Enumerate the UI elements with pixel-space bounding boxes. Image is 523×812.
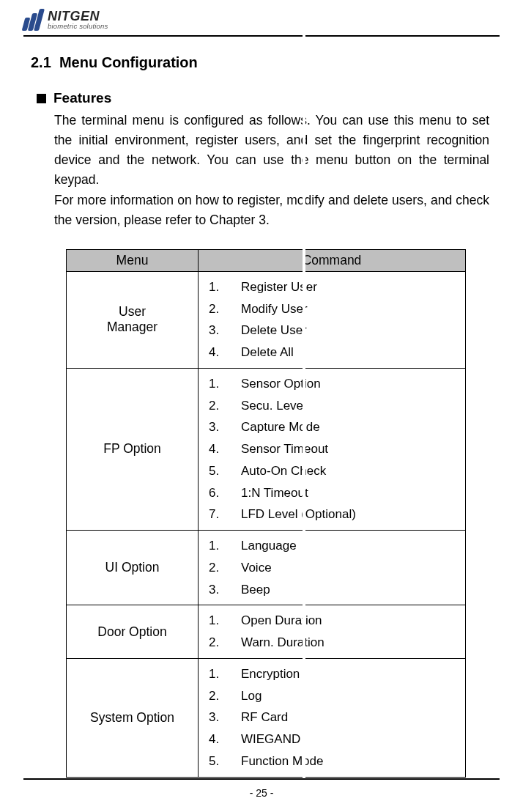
command-cell: Open DurationWarn. Duration xyxy=(199,605,466,659)
list-item: Capture Mode xyxy=(209,416,458,438)
table-row: FP OptionSensor OptionSecu. LevelCapture… xyxy=(67,368,466,530)
list-item: Register User xyxy=(209,276,458,298)
menu-cell: System Option xyxy=(67,658,199,777)
list-item: Language xyxy=(209,535,458,557)
list-item: Delete User xyxy=(209,320,458,342)
list-item: Beep xyxy=(209,579,458,601)
features-heading-row: Features xyxy=(37,90,492,106)
features-paragraph-2: For more information on how to register,… xyxy=(54,191,489,230)
page-number: - 25 - xyxy=(0,787,523,799)
table-header-menu: Menu xyxy=(67,249,199,271)
list-item: Function Mode xyxy=(209,750,458,772)
menu-cell: UserManager xyxy=(67,271,199,368)
command-cell: LanguageVoiceBeep xyxy=(199,531,466,605)
menu-cell: UI Option xyxy=(67,531,199,605)
list-item: Encryption xyxy=(209,663,458,685)
list-item: Log xyxy=(209,685,458,707)
command-list: Open DurationWarn. Duration xyxy=(209,610,458,654)
command-cell: Sensor OptionSecu. LevelCapture ModeSens… xyxy=(199,368,466,530)
command-cell: Register UserModify UserDelete UserDelet… xyxy=(199,271,466,368)
brand-name: NITGEN xyxy=(48,10,108,23)
logo-text: NITGEN biometric solutions xyxy=(48,10,108,30)
section-heading: 2.1 Menu Configuration xyxy=(31,54,492,71)
table-row: Door OptionOpen DurationWarn. Duration xyxy=(67,605,466,659)
command-list: EncryptionLogRF CardWIEGANDFunction Mode xyxy=(209,663,458,772)
command-list: Sensor OptionSecu. LevelCapture ModeSens… xyxy=(209,373,458,525)
bullet-square-icon xyxy=(37,94,46,103)
list-item: 1:N Timeout xyxy=(209,482,458,504)
table-row: System OptionEncryptionLogRF CardWIEGAND… xyxy=(67,658,466,777)
table-header-command: Command xyxy=(199,249,466,271)
list-item: Auto-On Check xyxy=(209,460,458,482)
table-row: UI OptionLanguageVoiceBeep xyxy=(67,531,466,605)
list-item: Delete All xyxy=(209,342,458,363)
table-row: UserManagerRegister UserModify UserDelet… xyxy=(67,271,466,368)
list-item: Open Duration xyxy=(209,610,458,632)
footer-divider xyxy=(23,778,500,780)
command-cell: EncryptionLogRF CardWIEGANDFunction Mode xyxy=(199,658,466,777)
list-item: Voice xyxy=(209,557,458,579)
list-item: Modify User xyxy=(209,298,458,320)
list-item: Warn. Duration xyxy=(209,632,458,654)
list-item: Sensor Timeout xyxy=(209,438,458,460)
list-item: LFD Level (Optional) xyxy=(209,503,458,525)
menu-config-table: Menu Command UserManagerRegister UserMod… xyxy=(66,249,466,778)
menu-cell: Door Option xyxy=(67,605,199,659)
menu-cell: FP Option xyxy=(67,368,199,530)
list-item: RF Card xyxy=(209,706,458,728)
command-list: LanguageVoiceBeep xyxy=(209,535,458,600)
list-item: Secu. Level xyxy=(209,395,458,417)
features-heading: Features xyxy=(53,90,111,106)
command-list: Register UserModify UserDelete UserDelet… xyxy=(209,276,458,363)
brand-header: NITGEN biometric solutions xyxy=(23,9,500,35)
list-item: Sensor Option xyxy=(209,373,458,395)
features-paragraph-1: The terminal menu is configured as follo… xyxy=(54,111,489,191)
list-item: WIEGAND xyxy=(209,728,458,750)
brand-tagline: biometric solutions xyxy=(48,23,108,30)
logo-icon xyxy=(23,9,42,31)
